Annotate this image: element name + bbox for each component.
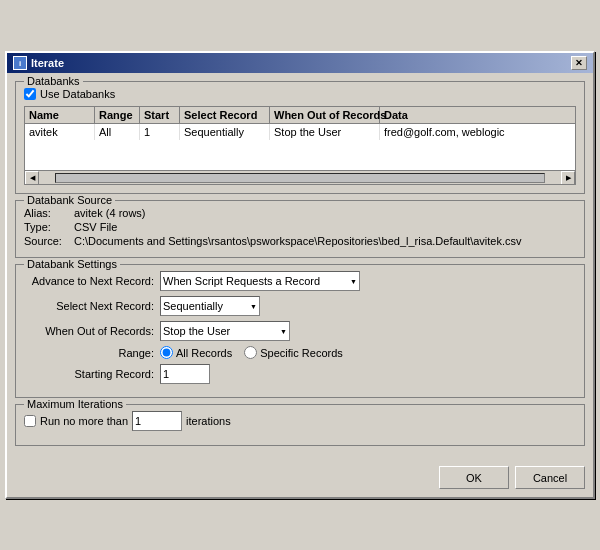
starting-label: Starting Record: [24,368,154,380]
iterations-input[interactable]: 1 [132,411,182,431]
use-databanks-checkbox[interactable] [24,88,36,100]
advance-select-wrap: When Script Requests a Record Each Itera… [160,271,360,291]
range-all-item: All Records [160,346,232,359]
type-row: Type: CSV File [24,221,576,233]
range-label: Range: [24,347,154,359]
alias-value: avitek (4 rows) [74,207,146,219]
col-header-name: Name [25,107,95,123]
databanks-group-label: Databanks [24,75,83,87]
dialog-content: Databanks Use Databanks Name Range Start… [7,73,593,460]
run-no-more-label: Run no more than [40,415,128,427]
title-bar: i Iterate ✕ [7,53,593,73]
cancel-button[interactable]: Cancel [515,466,585,489]
app-icon: i [13,56,27,70]
cell-start: 1 [140,124,180,140]
scroll-left-btn[interactable]: ◀ [25,171,39,185]
range-all-radio[interactable] [160,346,173,359]
select-next-wrap: Sequentially Randomly [160,296,260,316]
cell-out: Stop the User [270,124,380,140]
title-bar-title: i Iterate [13,56,64,70]
select-next-select[interactable]: Sequentially Randomly [160,296,260,316]
ok-button[interactable]: OK [439,466,509,489]
out-records-select[interactable]: Stop the User Loop Continue [160,321,290,341]
advance-select[interactable]: When Script Requests a Record Each Itera… [160,271,360,291]
range-all-label: All Records [176,347,232,359]
close-button[interactable]: ✕ [571,56,587,70]
source-group: Databank Source Alias: avitek (4 rows) T… [15,200,585,258]
iterations-group-label: Maximum Iterations [24,398,126,410]
databanks-table: Name Range Start Select Record When Out … [24,106,576,185]
use-databanks-row: Use Databanks [24,88,576,100]
advance-row: Advance to Next Record: When Script Requ… [24,271,576,291]
iterations-row: Run no more than 1 iterations [24,411,576,431]
iterate-dialog: i Iterate ✕ Databanks Use Databanks Name… [5,51,595,499]
type-label: Type: [24,221,74,233]
use-databanks-label: Use Databanks [40,88,115,100]
col-header-select: Select Record [180,107,270,123]
iterations-suffix: iterations [186,415,231,427]
starting-input[interactable]: 1 [160,364,210,384]
iterations-group: Maximum Iterations Run no more than 1 it… [15,404,585,446]
settings-group: Databank Settings Advance to Next Record… [15,264,585,398]
range-radio-group: All Records Specific Records [160,346,343,359]
cell-range: All [95,124,140,140]
select-next-label: Select Next Record: [24,300,154,312]
settings-group-label: Databank Settings [24,258,120,270]
cell-name: avitek [25,124,95,140]
alias-label: Alias: [24,207,74,219]
cell-data: fred@golf.com, weblogic [380,124,575,140]
range-row: Range: All Records Specific Records [24,346,576,359]
starting-row: Starting Record: 1 [24,364,576,384]
databanks-group: Databanks Use Databanks Name Range Start… [15,81,585,194]
window-title: Iterate [31,57,64,69]
horizontal-scrollbar[interactable]: ◀ ▶ [25,170,575,184]
out-records-wrap: Stop the User Loop Continue [160,321,290,341]
table-row[interactable]: avitek All 1 Sequentially Stop the User … [25,124,575,140]
type-value: CSV File [74,221,117,233]
range-specific-label: Specific Records [260,347,343,359]
scroll-right-btn[interactable]: ▶ [561,171,575,185]
col-header-start: Start [140,107,180,123]
cell-select: Sequentially [180,124,270,140]
range-specific-radio[interactable] [244,346,257,359]
source-path: C:\Documents and Settings\rsantos\pswork… [74,235,522,247]
col-header-data: Data [380,107,575,123]
out-records-label: When Out of Records: [24,325,154,337]
out-records-row: When Out of Records: Stop the User Loop … [24,321,576,341]
iterations-checkbox[interactable] [24,415,36,427]
advance-label: Advance to Next Record: [24,275,154,287]
select-next-row: Select Next Record: Sequentially Randoml… [24,296,576,316]
source-group-label: Databank Source [24,194,115,206]
source-row: Source: C:\Documents and Settings\rsanto… [24,235,576,247]
table-empty-space [25,140,575,170]
button-bar: OK Cancel [7,460,593,497]
col-header-range: Range [95,107,140,123]
range-specific-item: Specific Records [244,346,343,359]
col-header-out: When Out of Records [270,107,380,123]
source-label: Source: [24,235,74,247]
table-header: Name Range Start Select Record When Out … [25,107,575,124]
scrollbar-track[interactable] [55,173,545,183]
alias-row: Alias: avitek (4 rows) [24,207,576,219]
